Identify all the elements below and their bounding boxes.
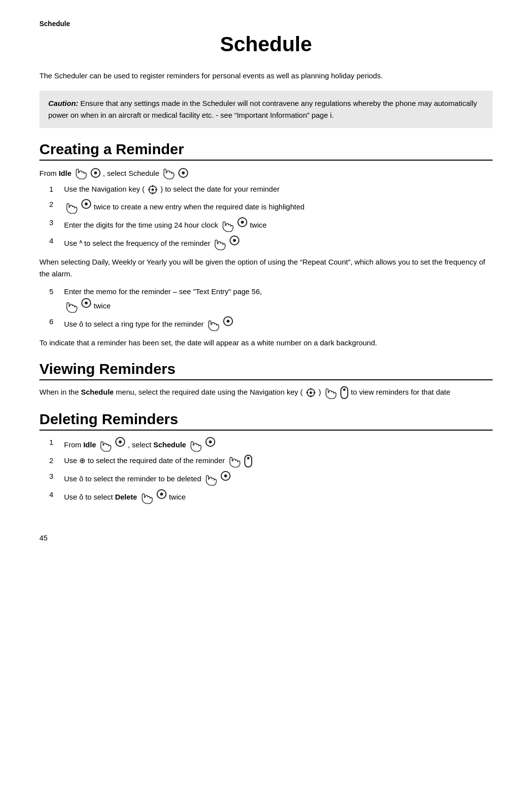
select-icon-8 [115,436,126,447]
caution-label: Caution: [48,99,78,107]
hand-icon-12 [204,473,218,486]
step-3: 3 Enter the digits for the time using 24… [39,217,493,232]
viewing-text: When in the Schedule menu, select the re… [39,386,493,399]
scroll-icon-1 [340,386,349,399]
creating-steps-2: 5 Enter the memo for the reminder – see … [39,286,493,331]
caution-text: Ensure that any settings made in the Sch… [48,99,477,119]
creating-footer-text: To indicate that a reminder has been set… [39,337,493,349]
del-step-3: 3 Use ô to select the reminder to be del… [39,470,493,486]
hand-icon-13 [140,491,154,504]
hand-icon-4 [221,219,234,232]
nav-icon-2 [305,387,317,399]
hand-icon-5 [213,237,227,250]
select-icon-10 [220,470,231,481]
creating-between-text: When selecting Daily, Weekly or Yearly y… [39,256,493,280]
hand-icon-7 [206,318,220,331]
select-icon-4 [237,217,248,228]
page-number: 45 [39,534,493,542]
creating-steps: 1 Use the Navigation key ( ) to select t… [39,183,493,250]
step-6: 6 Use ô to select a ring type for the re… [39,316,493,331]
header-label: Schedule [39,20,493,28]
step-1: 1 Use the Navigation key ( ) to select t… [39,183,493,196]
select-icon-5 [229,235,240,246]
caution-box: Caution: Ensure that any settings made i… [39,91,493,128]
step-2: 2 twice to create a new entry when the r… [39,199,493,214]
select-icon-6 [81,298,92,308]
step-4: 4 Use ᴬ̇ to select the frequency of the … [39,235,493,250]
intro-text: The Scheduler can be used to register re… [39,70,493,82]
hand-icon-11 [228,455,241,468]
step-5: 5 Enter the memo for the reminder – see … [39,286,493,313]
hand-icon-8 [324,386,337,399]
viewing-title: Viewing Reminders [39,361,493,380]
select-icon-1 [90,168,101,178]
select-icon-2 [178,168,189,178]
page-title: Schedule [39,33,493,56]
deleting-title: Deleting Reminders [39,411,493,431]
hand-icon-6 [65,300,78,313]
creating-from-line: From Idle , select Schedule [39,167,493,179]
hand-icon-1 [74,167,88,179]
nav-icon-1 [147,184,159,196]
select-icon-9 [205,436,216,447]
del-step-4: 4 Use ô to select Delete twice [39,489,493,504]
hand-icon-2 [162,167,175,179]
creating-title: Creating a Reminder [39,141,493,161]
del-step-1: 1 From Idle , select Schedule [39,436,493,452]
scroll-icon-2 [244,455,253,468]
deleting-steps: 1 From Idle , select Schedule 2 Use ⊕ to… [39,436,493,504]
hand-icon-3 [65,201,78,214]
hand-icon-10 [189,439,202,452]
hand-icon-9 [99,439,112,452]
select-icon-7 [223,316,233,327]
del-step-2: 2 Use ⊕ to select the required date of t… [39,455,493,468]
select-icon-3 [81,199,92,209]
select-icon-11 [156,489,167,500]
